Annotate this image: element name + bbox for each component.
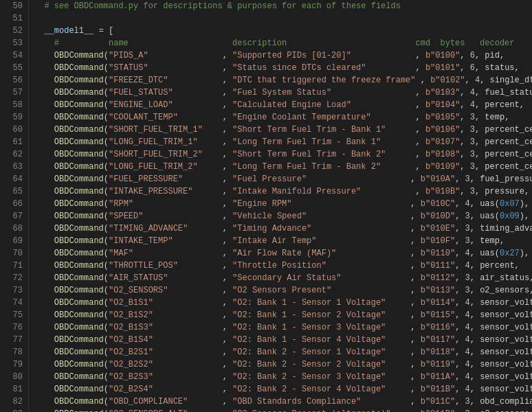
line-number: 51 xyxy=(0,12,23,25)
code-line: OBDCommand("INTAKE_TEMP" , "Intake Air T… xyxy=(34,235,532,247)
number: 3 xyxy=(465,174,470,184)
number: 3 xyxy=(470,187,475,196)
byte-string: b"0104" xyxy=(425,100,460,110)
string-literal: "Intake Manifold Pressure" xyxy=(232,187,361,196)
code-line: OBDCommand("O2_B1S4" , "O2: Bank 1 - Sen… xyxy=(34,334,532,346)
line-number: 75 xyxy=(0,309,23,321)
number: 4 xyxy=(465,199,470,209)
function-name: OBDCommand xyxy=(54,174,104,184)
line-number: 54 xyxy=(0,49,23,62)
line-number: 67 xyxy=(0,210,23,222)
code-line: OBDCommand("TIMING_ADVANCE" , "Timing Ad… xyxy=(34,222,532,235)
string-literal: "SHORT_FUEL_TRIM_2" xyxy=(109,150,203,159)
code-line: OBDCommand("FUEL_PRESSURE" , "Fuel Press… xyxy=(34,173,532,185)
string-literal: "Short Term Fuel Trim - Bank 2" xyxy=(232,150,386,159)
string-literal: "THROTTLE_POS" xyxy=(109,261,178,271)
byte-string: b"011D" xyxy=(421,409,455,412)
number: 4 xyxy=(465,347,470,357)
string-literal: "Vehicle Speed" xyxy=(232,211,307,221)
line-number: 70 xyxy=(0,247,23,260)
string-literal: "O2: Bank 1 - Sensor 2 Voltage" xyxy=(232,310,386,320)
string-literal: "SHORT_FUEL_TRIM_1" xyxy=(109,125,203,135)
byte-string: b"010A" xyxy=(421,174,455,184)
byte-string: b"010D" xyxy=(421,211,455,221)
code-line: OBDCommand("RPM" , "Engine RPM" , b"010C… xyxy=(34,198,532,210)
code-line: OBDCommand("OBD_COMPLIANCE" , "OBD Stand… xyxy=(34,396,532,408)
function-name: OBDCommand xyxy=(54,298,104,308)
function-name: OBDCommand xyxy=(54,63,104,73)
function-name: OBDCommand xyxy=(54,88,104,98)
line-number: 60 xyxy=(0,124,23,136)
line-number: 82 xyxy=(0,396,23,408)
function-name: OBDCommand xyxy=(54,150,104,159)
string-literal: "SPEED" xyxy=(109,211,143,221)
code-line: OBDCommand("FUEL_STATUS" , "Fuel System … xyxy=(34,87,532,99)
function-name: OBDCommand xyxy=(54,347,104,357)
code-line: __model1__ = [ xyxy=(34,25,532,37)
string-literal: "O2: Bank 1 - Sensor 4 Voltage" xyxy=(232,335,386,345)
number: 3 xyxy=(465,236,470,246)
line-number: 76 xyxy=(0,321,23,334)
byte-string: b"011C" xyxy=(421,397,455,407)
code-line: OBDCommand("O2_B2S2" , "O2: Bank 2 - Sen… xyxy=(34,358,532,371)
number: 3 xyxy=(470,125,475,135)
string-literal: "MAF" xyxy=(109,249,133,258)
number: 4 xyxy=(470,88,475,98)
line-number: 57 xyxy=(0,87,23,99)
byte-string: b"0102" xyxy=(430,76,465,85)
code-line: OBDCommand("SHORT_FUEL_TRIM_1" , "Short … xyxy=(34,124,532,136)
string-literal: "AIR_STATUS" xyxy=(109,273,168,283)
string-literal: "INTAKE_TEMP" xyxy=(109,236,173,246)
code-line: OBDCommand("O2_SENSORS" , "O2 Sensors Pr… xyxy=(34,284,532,297)
string-literal: "Supported PIDs [01-20]" xyxy=(232,51,351,60)
string-literal: "Engine RPM" xyxy=(232,199,291,209)
function-name: OBDCommand xyxy=(54,335,104,345)
string-literal: "O2: Bank 2 - Sensor 1 Voltage" xyxy=(232,347,386,357)
function-name: OBDCommand xyxy=(54,261,104,271)
line-number: 68 xyxy=(0,222,23,235)
line-number: 58 xyxy=(0,99,23,111)
number: 3 xyxy=(470,150,475,159)
string-literal: "O2_B1S4" xyxy=(109,335,153,345)
line-number: 77 xyxy=(0,334,23,346)
byte-string: b"0114" xyxy=(421,298,455,308)
function-name: OBDCommand xyxy=(54,187,104,196)
code-line: OBDCommand("AIR_STATUS" , "Secondary Air… xyxy=(34,272,532,284)
code-line: OBDCommand("THROTTLE_POS" , "Throttle Po… xyxy=(34,260,532,272)
string-literal: "O2: Bank 1 - Sensor 1 Voltage" xyxy=(232,298,386,308)
code-line: # see OBDCommand.py for descriptions & p… xyxy=(34,0,532,12)
line-number: 52 xyxy=(0,25,23,37)
function-name: OBDCommand xyxy=(54,211,104,221)
number: 3 xyxy=(465,397,470,407)
code-line: OBDCommand("FREEZE_DTC" , "DTC that trig… xyxy=(34,74,532,87)
function-name: OBDCommand xyxy=(54,137,104,147)
line-number: 50 xyxy=(0,0,23,12)
string-literal: "PIDS_A" xyxy=(109,51,148,60)
code-line: OBDCommand("SPEED" , "Vehicle Speed" , b… xyxy=(34,210,532,222)
line-number: 59 xyxy=(0,111,23,124)
line-number: 53 xyxy=(0,37,23,49)
byte-string: b"0106" xyxy=(425,125,460,135)
byte-string: b"0118" xyxy=(421,347,455,357)
string-literal: "FUEL_PRESSURE" xyxy=(109,174,183,184)
byte-string: b"010E" xyxy=(421,224,455,233)
code-content[interactable]: # see OBDCommand.py for descriptions & p… xyxy=(29,0,532,412)
number: 4 xyxy=(465,360,470,369)
string-literal: "LONG_FUEL_TRIM_2" xyxy=(109,162,198,172)
number: 3 xyxy=(465,224,470,233)
byte-string: b"010F" xyxy=(421,236,455,246)
string-literal: "O2_SENSORS_ALT" xyxy=(109,409,188,412)
number: 4 xyxy=(475,76,480,85)
byte-string: b"0108" xyxy=(425,150,460,159)
byte-string: b"0116" xyxy=(421,323,455,332)
number: 3 xyxy=(465,409,470,412)
string-literal: "Intake Air Temp" xyxy=(232,236,316,246)
function-name: OBDCommand xyxy=(54,224,104,233)
function-name: OBDCommand xyxy=(54,286,104,295)
code-line: OBDCommand("LONG_FUEL_TRIM_1" , "Long Te… xyxy=(34,136,532,148)
number: 4 xyxy=(465,372,470,382)
string-literal: "Status since DTCs cleared" xyxy=(232,63,366,73)
function-name: OBDCommand xyxy=(54,397,104,407)
string-literal: "O2_B1S3" xyxy=(109,323,153,332)
string-literal: "FUEL_STATUS" xyxy=(109,88,173,98)
